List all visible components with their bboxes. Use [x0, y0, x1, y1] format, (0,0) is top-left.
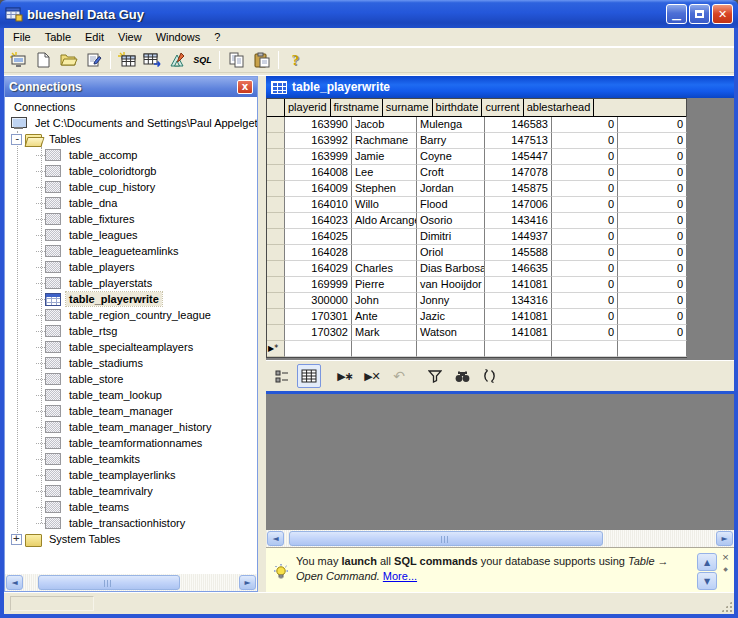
cell-current[interactable]: 0 [552, 229, 618, 245]
cell-current[interactable]: 0 [552, 181, 618, 197]
cell-ablestarhead[interactable]: 0 [618, 117, 687, 133]
cell-current[interactable]: 0 [552, 245, 618, 261]
cell-current[interactable]: 0 [552, 261, 618, 277]
cell-playerid[interactable]: 164028 [285, 245, 352, 261]
copy-icon[interactable] [225, 49, 248, 71]
tree-item[interactable]: table_teamkits [5, 451, 257, 467]
new-row-marker-icon[interactable]: ▶* [267, 341, 285, 357]
cell-birthdate[interactable]: 144937 [485, 229, 552, 245]
table-row[interactable]: 164025 Dimitri 144937 0 0 [267, 229, 686, 245]
cell-birthdate[interactable]: 145875 [485, 181, 552, 197]
cell-surname[interactable]: Jazic [417, 309, 485, 325]
more-link[interactable]: More... [383, 570, 417, 582]
cell-playerid[interactable]: 164008 [285, 165, 352, 181]
cell-current[interactable]: 0 [552, 325, 618, 341]
new-table-icon[interactable] [116, 49, 139, 71]
cell-ablestarhead[interactable]: 0 [618, 149, 687, 165]
table-row[interactable]: 170301 Ante Jazic 141081 0 0 [267, 309, 686, 325]
cell-playerid[interactable]: 164009 [285, 181, 352, 197]
tree-item[interactable]: table_team_manager [5, 403, 257, 419]
cell-playerid[interactable] [285, 341, 352, 357]
row-selector[interactable] [267, 245, 285, 261]
open-folder-icon[interactable] [57, 49, 80, 71]
cell-current[interactable] [552, 341, 618, 357]
insert-record-icon[interactable]: ▶∗ [333, 364, 357, 388]
cell-ablestarhead[interactable]: 0 [618, 293, 687, 309]
table-row[interactable]: 164010 Willo Flood 147006 0 0 [267, 197, 686, 213]
cell-current[interactable]: 0 [552, 197, 618, 213]
cell-current[interactable]: 0 [552, 133, 618, 149]
column-header[interactable]: birthdate [433, 99, 483, 116]
cell-birthdate[interactable]: 145588 [485, 245, 552, 261]
cell-ablestarhead[interactable]: 0 [618, 133, 687, 149]
column-header[interactable]: firstname [331, 99, 383, 116]
cell-surname[interactable]: Dias Barbosa [417, 261, 485, 277]
tree-item[interactable]: table_cup_history [5, 179, 257, 195]
table-row[interactable]: 163990 Jacob Mulenga 146583 0 0 [267, 117, 686, 133]
table-row[interactable]: 164028 Oriol 145588 0 0 [267, 245, 686, 261]
scrollbar-track[interactable] [285, 531, 715, 546]
row-selector[interactable] [267, 293, 285, 309]
menu-item[interactable]: Edit [78, 30, 111, 44]
tip-pin-icon[interactable]: ◆ [723, 566, 728, 572]
cell-firstname[interactable] [352, 245, 417, 261]
maximize-button[interactable] [689, 4, 710, 24]
new-row[interactable]: ▶* [267, 341, 686, 357]
scroll-right-icon[interactable] [716, 531, 733, 546]
form-view-icon[interactable] [270, 364, 294, 388]
row-selector[interactable] [267, 181, 285, 197]
delete-record-icon[interactable]: ▶✕ [360, 364, 384, 388]
cell-birthdate[interactable]: 147078 [485, 165, 552, 181]
row-selector[interactable] [267, 229, 285, 245]
cell-birthdate[interactable] [485, 341, 552, 357]
cell-firstname[interactable]: Rachmane [352, 133, 417, 149]
cell-surname[interactable]: Watson [417, 325, 485, 341]
tree-item[interactable]: table_team_lookup [5, 387, 257, 403]
table-row[interactable]: 164008 Lee Croft 147078 0 0 [267, 165, 686, 181]
cell-playerid[interactable]: 164023 [285, 213, 352, 229]
cell-playerid[interactable]: 164025 [285, 229, 352, 245]
cell-firstname[interactable]: Jamie [352, 149, 417, 165]
cell-firstname[interactable] [352, 341, 417, 357]
connections-panel-header[interactable]: Connections x [5, 77, 257, 97]
tree-item[interactable]: table_playerstats [5, 275, 257, 291]
cell-ablestarhead[interactable] [618, 341, 687, 357]
cell-ablestarhead[interactable]: 0 [618, 181, 687, 197]
document-title-bar[interactable]: table_playerwrite [266, 76, 734, 98]
connect-icon[interactable] [7, 49, 30, 71]
undo-icon[interactable]: ↶ [387, 364, 411, 388]
cell-surname[interactable]: Coyne [417, 149, 485, 165]
cell-firstname[interactable]: Ante [352, 309, 417, 325]
filter-icon[interactable] [423, 364, 447, 388]
minimize-button[interactable]: — [666, 4, 687, 24]
scrollbar-thumb[interactable] [289, 531, 603, 546]
cell-surname[interactable]: Oriol [417, 245, 485, 261]
cell-surname[interactable] [417, 341, 485, 357]
cell-surname[interactable]: Dimitri [417, 229, 485, 245]
menu-item[interactable]: Table [38, 30, 78, 44]
table-row[interactable]: 164023 Aldo Arcange Osorio 143416 0 0 [267, 213, 686, 229]
cell-playerid[interactable]: 300000 [285, 293, 352, 309]
cell-firstname[interactable]: John [352, 293, 417, 309]
cell-playerid[interactable]: 164010 [285, 197, 352, 213]
resize-grip[interactable] [720, 600, 733, 613]
cell-ablestarhead[interactable]: 0 [618, 277, 687, 293]
close-button[interactable]: ✕ [712, 4, 733, 24]
cell-ablestarhead[interactable]: 0 [618, 261, 687, 277]
cell-surname[interactable]: Jordan [417, 181, 485, 197]
cell-surname[interactable]: Osorio [417, 213, 485, 229]
cell-birthdate[interactable]: 141081 [485, 309, 552, 325]
tree-item[interactable]: table_teamformationnames [5, 435, 257, 451]
tip-previous-icon[interactable] [697, 553, 717, 571]
cell-surname[interactable]: Croft [417, 165, 485, 181]
cell-current[interactable]: 0 [552, 309, 618, 325]
tree-item[interactable]: table_stadiums [5, 355, 257, 371]
cell-firstname[interactable]: Aldo Arcange [352, 213, 417, 229]
cell-ablestarhead[interactable]: 0 [618, 325, 687, 341]
table-row[interactable]: 170302 Mark Watson 141081 0 0 [267, 325, 686, 341]
help-icon[interactable]: ? [284, 49, 307, 71]
cell-playerid[interactable]: 164029 [285, 261, 352, 277]
cell-birthdate[interactable]: 134316 [485, 293, 552, 309]
table-row[interactable]: 300000 John Jonny 134316 0 0 [267, 293, 686, 309]
tree-item[interactable]: table_teams [5, 499, 257, 515]
